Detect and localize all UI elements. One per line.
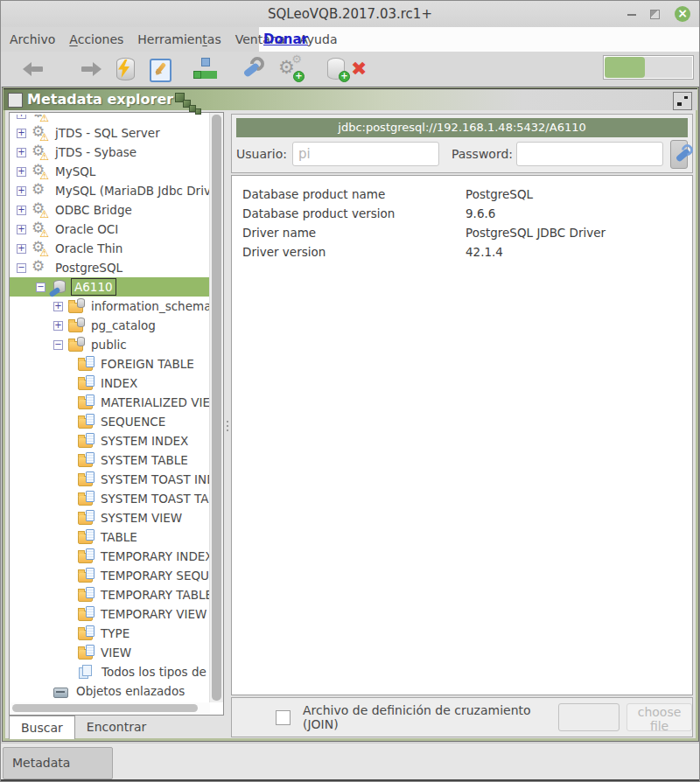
- tree-item-system-view[interactable]: SYSTEM VIEW: [10, 508, 210, 527]
- tree-vertical-scrollbar-thumb[interactable]: [212, 115, 221, 701]
- close-button[interactable]: [669, 1, 692, 27]
- tree-expander[interactable]: [17, 129, 26, 138]
- tree-item-label: PostgreSQL: [52, 260, 125, 276]
- tree-item-system-index[interactable]: SYSTEM INDEX: [10, 431, 210, 450]
- tree-expander[interactable]: [17, 148, 26, 157]
- database-add-icon[interactable]: [324, 56, 348, 82]
- tree-item-materialized-view[interactable]: MATERIALIZED VIEW: [10, 393, 210, 412]
- run-query-icon[interactable]: [113, 56, 137, 82]
- frame-restore-button[interactable]: [673, 92, 692, 110]
- donate-link[interactable]: Donar: [263, 27, 308, 52]
- objecttype-folder-icon: [78, 380, 93, 390]
- tree-expander[interactable]: [17, 206, 26, 215]
- tree-expander[interactable]: [53, 302, 63, 311]
- connection-icon: [51, 280, 66, 294]
- tree-item-sequence[interactable]: SEQUENCE: [10, 412, 210, 431]
- tree-item-label: FOREIGN TABLE: [98, 356, 197, 372]
- tree-item-label: INDEX: [98, 375, 140, 391]
- tree-item-objetos-enlazados[interactable]: Objetos enlazados: [10, 681, 210, 701]
- tree-expander[interactable]: [17, 115, 26, 119]
- delete-icon[interactable]: [348, 56, 373, 82]
- frame-resize-grip[interactable]: [470, 735, 482, 742]
- tree-item-postgresql[interactable]: PostgreSQL: [10, 258, 210, 277]
- tree-expander[interactable]: [17, 263, 26, 273]
- schema-folder-icon: [68, 341, 83, 352]
- join-definition-bar: Archivo de definición de cruzamiento (JO…: [231, 697, 693, 737]
- objecttype-folder-icon: [78, 572, 93, 583]
- tree-item-public[interactable]: public: [10, 335, 210, 354]
- join-file-input[interactable]: [558, 703, 620, 731]
- tree-item-a6110[interactable]: A6110: [10, 277, 210, 297]
- tree-item-mysql-mariadb[interactable]: MySQL (MariaDB Jdbc Driver): [10, 181, 210, 200]
- tree-item-pg-catalog[interactable]: pg_catalog: [10, 316, 210, 335]
- tree-expander[interactable]: [17, 167, 26, 177]
- menu-archivo[interactable]: Archivo: [3, 27, 62, 52]
- tree-item-temporary-table[interactable]: TEMPORARY TABLE: [10, 585, 210, 604]
- info-row: Database product name PostgreSQL: [242, 185, 682, 204]
- tree-item-mysql[interactable]: MySQL: [10, 162, 210, 181]
- tree-item-oracle-thin[interactable]: Oracle Thin: [10, 239, 210, 258]
- toolbar: [1, 52, 699, 87]
- tree-item-type[interactable]: TYPE: [10, 624, 210, 643]
- schema-hierarchy-icon[interactable]: [192, 56, 217, 82]
- panel-splitter-handle[interactable]: [226, 418, 229, 437]
- join-file-checkbox[interactable]: [276, 710, 290, 725]
- tree-item-label: A6110: [72, 279, 116, 295]
- tree-item-label: pg_catalog: [88, 318, 158, 333]
- wrench-icon[interactable]: [242, 56, 266, 82]
- restore-button[interactable]: [643, 1, 666, 27]
- frame-titlebar[interactable]: Metadata explorer: [4, 88, 697, 110]
- objecttype-folder-icon: [78, 611, 93, 621]
- tab-encontrar[interactable]: Encontrar: [75, 716, 158, 739]
- minimize-button[interactable]: [620, 1, 643, 27]
- tree-horizontal-scrollbar-thumb[interactable]: [12, 704, 198, 712]
- password-input[interactable]: [516, 142, 663, 166]
- tree-item-odbc-bridge[interactable]: ODBC Bridge: [10, 200, 210, 220]
- forward-icon[interactable]: [78, 56, 102, 82]
- tree-item-todos-los-tipos[interactable]: Todos los tipos de objetos: [10, 662, 210, 681]
- metadata-tree-panel: jTDS - SQL Server jTDS - Sybase MySQL: [9, 112, 224, 716]
- menu-herramientas[interactable]: Herramientas: [130, 27, 228, 52]
- usuario-label: Usuario:: [236, 147, 287, 161]
- taskbar-window-button[interactable]: Metadata explorer: [3, 747, 113, 779]
- tree-item-oracle-oci[interactable]: Oracle OCI: [10, 220, 210, 239]
- tree-expander[interactable]: [53, 321, 63, 331]
- usuario-input[interactable]: [292, 142, 439, 166]
- tree-item-table[interactable]: TABLE: [10, 527, 210, 547]
- window-titlebar[interactable]: SQLeoVQB.2017.03.rc1+: [1, 1, 699, 27]
- menu-acciones[interactable]: Acciones: [62, 27, 130, 52]
- tree-item-label: TABLE: [98, 529, 140, 545]
- tree-item-foreign-table[interactable]: FOREIGN TABLE: [10, 354, 210, 374]
- tree-item-label: MySQL: [52, 164, 98, 179]
- tree-expander[interactable]: [53, 340, 63, 350]
- tree-expander[interactable]: [17, 186, 26, 196]
- tree-item-label: Oracle OCI: [52, 221, 121, 237]
- tree-item-system-toast-table[interactable]: SYSTEM TOAST TABLE: [10, 489, 210, 508]
- tree-item-temporary-view[interactable]: TEMPORARY VIEW: [10, 604, 210, 624]
- tree-item-index[interactable]: INDEX: [10, 374, 210, 393]
- tree-item-view[interactable]: VIEW: [10, 643, 210, 662]
- tree-item-jtds-sql-server[interactable]: jTDS - SQL Server: [10, 123, 210, 143]
- tree-item-temporary-index[interactable]: TEMPORARY INDEX: [10, 547, 210, 566]
- tree-horizontal-scrollbar[interactable]: [10, 702, 210, 715]
- tree-expander[interactable]: [17, 244, 26, 254]
- info-row: Driver name PostgreSQL JDBC Driver: [242, 223, 682, 242]
- tree-item-label: jTDS - Sybase: [52, 144, 139, 160]
- tree-item-label: Oracle Thin: [52, 241, 125, 256]
- frame-title: Metadata explorer: [27, 89, 173, 110]
- tree-item-jtds-sybase[interactable]: jTDS - Sybase: [10, 143, 210, 162]
- driver-warning-icon: [32, 222, 47, 236]
- gears-add-icon[interactable]: [278, 56, 303, 82]
- choose-file-button[interactable]: choose file: [626, 703, 692, 731]
- tree-item-information-schema[interactable]: information_schema: [10, 297, 210, 316]
- tree-item-system-table[interactable]: SYSTEM TABLE: [10, 450, 210, 470]
- connect-button[interactable]: [670, 140, 688, 169]
- tree-expander[interactable]: [17, 225, 26, 234]
- tab-buscar[interactable]: Buscar: [9, 716, 75, 739]
- tree-vertical-scrollbar[interactable]: [209, 113, 223, 702]
- edit-query-icon[interactable]: [150, 59, 172, 82]
- tree-expander[interactable]: [36, 283, 46, 292]
- tree-item-temporary-sequence[interactable]: TEMPORARY SEQUENCE: [10, 566, 210, 585]
- tree-item-system-toast-index[interactable]: SYSTEM TOAST INDEX: [10, 470, 210, 489]
- back-icon[interactable]: [22, 56, 46, 82]
